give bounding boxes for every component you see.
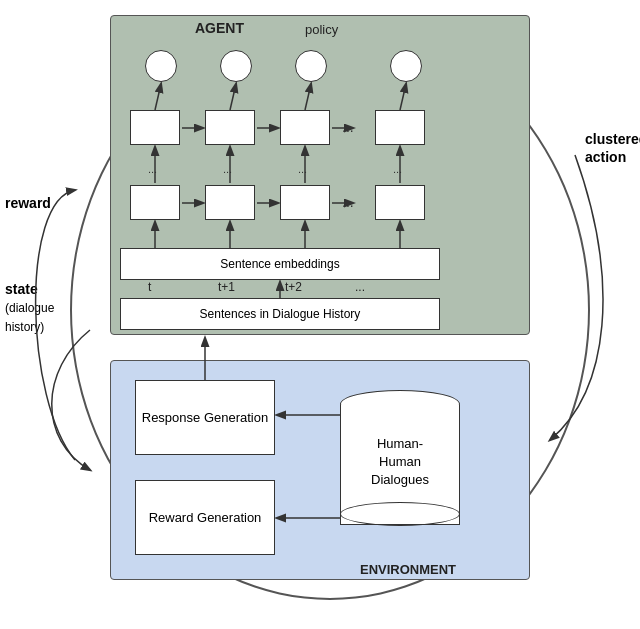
cylinder-text: Human-HumanDialogues: [340, 435, 460, 490]
t-label-4: ...: [355, 280, 365, 294]
agent-label: AGENT: [195, 20, 244, 36]
rnn-upper-2: [205, 110, 255, 145]
policy-label: policy: [305, 22, 338, 37]
diagram-container: AGENT policy Sentence embeddings t t+1 t…: [0, 0, 640, 629]
rnn-lower-4: [375, 185, 425, 220]
reward-label: reward: [5, 195, 51, 211]
rnn-lower-1: [130, 185, 180, 220]
sentences-dialogue-box: Sentences in Dialogue History: [120, 298, 440, 330]
rnn-lower-2: [205, 185, 255, 220]
circle-node-2: [220, 50, 252, 82]
response-generation-box: Response Generation: [135, 380, 275, 455]
environment-label: ENVIRONMENT: [360, 562, 456, 577]
circle-node-1: [145, 50, 177, 82]
reward-generation-box: Reward Generation: [135, 480, 275, 555]
cylinder: Human-HumanDialogues: [340, 390, 460, 530]
rnn-lower-3: [280, 185, 330, 220]
t-label-3: t+2: [285, 280, 302, 294]
state-label: state (dialoguehistory): [5, 280, 54, 335]
sentence-embeddings-box: Sentence embeddings: [120, 248, 440, 280]
t-label-2: t+1: [218, 280, 235, 294]
t-label-1: t: [148, 280, 151, 294]
circle-node-3: [295, 50, 327, 82]
rnn-upper-4: [375, 110, 425, 145]
cylinder-bottom-ellipse: [340, 502, 460, 526]
rnn-upper-1: [130, 110, 180, 145]
circle-node-4: [390, 50, 422, 82]
action-label: clusteredaction: [585, 130, 640, 166]
rnn-upper-3: [280, 110, 330, 145]
